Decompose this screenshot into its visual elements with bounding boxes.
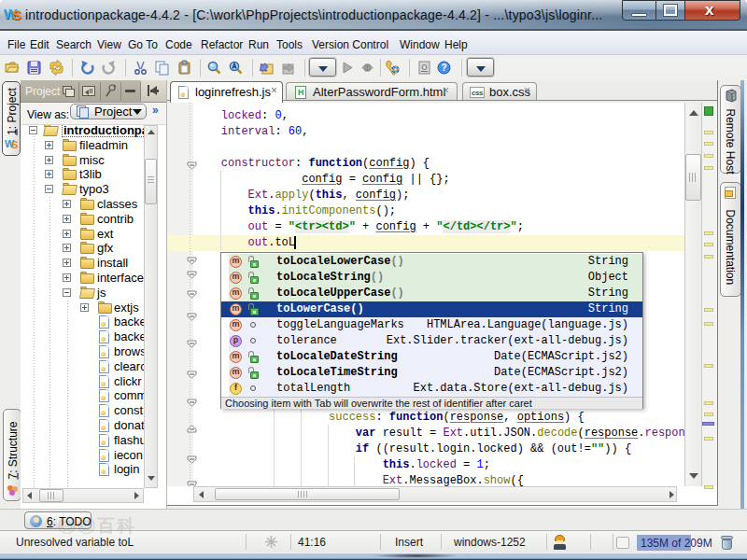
svg-text:?: ? — [442, 63, 447, 73]
